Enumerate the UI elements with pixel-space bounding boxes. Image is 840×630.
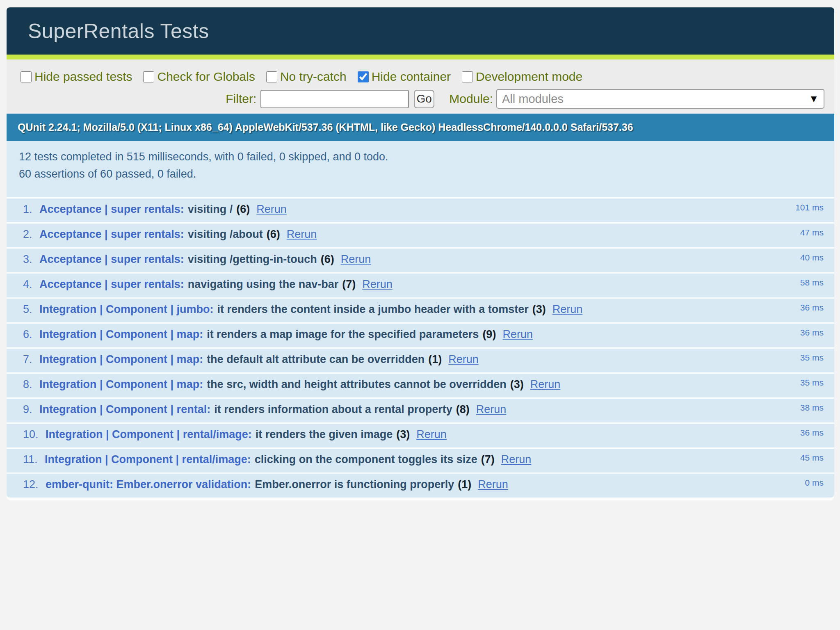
test-runtime: 38 ms: [800, 403, 824, 413]
toolbar-checkbox[interactable]: [462, 71, 473, 82]
test-runtime: 0 ms: [805, 478, 824, 488]
test-ordinal: 5.: [23, 303, 35, 315]
test-module-name: Integration | Component | rental/image:: [45, 453, 251, 466]
page-title[interactable]: SuperRentals Tests: [28, 19, 209, 43]
toolbar-checkbox-option[interactable]: Hide container: [358, 70, 451, 84]
test-name: visiting /: [188, 203, 233, 215]
user-agent-banner: QUnit 2.24.1; Mozilla/5.0 (X11; Linux x8…: [7, 114, 834, 141]
test-row: 11. Integration | Component | rental/ima…: [7, 447, 834, 472]
test-assertion-count: (7): [481, 453, 495, 466]
test-runtime: 36 ms: [800, 328, 824, 338]
toolbar-checkbox-label: No try-catch: [280, 70, 347, 84]
test-ordinal: 11.: [23, 453, 41, 466]
test-name: navigating using the nav-bar: [188, 278, 339, 290]
toolbar-checkbox-option[interactable]: No try-catch: [266, 70, 347, 84]
test-module-name: Acceptance | super rentals:: [39, 203, 184, 215]
test-assertion-count: (3): [532, 303, 546, 315]
toolbar-checkbox-option[interactable]: Development mode: [462, 70, 582, 84]
test-name: the default alt attribute can be overrid…: [207, 353, 425, 365]
rerun-link[interactable]: Rerun: [530, 378, 561, 390]
rerun-link[interactable]: Rerun: [448, 353, 479, 365]
test-name: visiting /getting-in-touch: [188, 253, 317, 265]
test-assertion-count: (6): [236, 203, 250, 215]
test-module-name: Integration | Component | map:: [39, 328, 203, 340]
test-assertion-count: (9): [482, 328, 496, 340]
toolbar-checkbox-label: Development mode: [476, 70, 582, 84]
toolbar-checkbox-label: Hide container: [372, 70, 451, 84]
test-row: 8. Integration | Component | map:the src…: [7, 372, 834, 397]
test-assertion-count: (3): [510, 378, 524, 390]
rerun-link[interactable]: Rerun: [501, 453, 532, 466]
testrunner-toolbar: Hide passed tests Check for Globals No t…: [7, 59, 834, 114]
module-select-wrap: All modules ▼: [496, 89, 824, 109]
test-name: it renders a map image for the specified…: [207, 328, 479, 340]
test-module-name: Integration | Component | jumbo:: [39, 303, 214, 315]
test-row: 4. Acceptance | super rentals:navigating…: [7, 272, 834, 297]
test-row: 9. Integration | Component | rental:it r…: [7, 397, 834, 422]
test-row: 1. Acceptance | super rentals:visiting /…: [7, 197, 834, 222]
module-select[interactable]: All modules: [496, 89, 824, 109]
toolbar-filter-row: Filter: Go Module: All modules ▼: [21, 89, 824, 109]
test-runtime: 36 ms: [800, 303, 824, 313]
test-runtime: 35 ms: [800, 353, 824, 363]
test-ordinal: 2.: [23, 228, 35, 240]
rerun-link[interactable]: Rerun: [502, 328, 533, 340]
test-ordinal: 7.: [23, 353, 35, 365]
toolbar-checkbox[interactable]: [21, 71, 32, 82]
toolbar-checkbox[interactable]: [143, 71, 154, 82]
test-module-name: Integration | Component | rental:: [39, 403, 210, 415]
test-ordinal: 8.: [23, 378, 35, 390]
toolbar-checkbox[interactable]: [266, 71, 277, 82]
toolbar-checkbox-option[interactable]: Hide passed tests: [21, 70, 132, 84]
test-runtime: 101 ms: [795, 203, 824, 212]
test-ordinal: 4.: [23, 278, 35, 290]
toolbar-checkbox-option[interactable]: Check for Globals: [143, 70, 255, 84]
test-assertion-count: (6): [321, 253, 334, 265]
toolbar-checkbox-row: Hide passed tests Check for Globals No t…: [21, 70, 824, 84]
rerun-link[interactable]: Rerun: [362, 278, 393, 290]
summary-line-2: 60 assertions of 60 passed, 0 failed.: [19, 165, 822, 183]
pass-status-bar: [7, 55, 834, 59]
rerun-link[interactable]: Rerun: [416, 428, 447, 441]
toolbar-checkbox[interactable]: [358, 71, 369, 82]
rerun-link[interactable]: Rerun: [256, 203, 287, 215]
module-label: Module:: [449, 92, 493, 106]
test-ordinal: 3.: [23, 253, 35, 265]
test-runtime: 36 ms: [800, 428, 824, 438]
test-name: Ember.onerror is functioning properly: [255, 478, 454, 491]
test-runtime: 45 ms: [800, 453, 824, 463]
test-row: 7. Integration | Component | map:the def…: [7, 347, 834, 372]
rerun-link[interactable]: Rerun: [552, 303, 583, 315]
filter-input[interactable]: [260, 90, 409, 108]
test-assertion-count: (8): [456, 403, 470, 415]
test-name: clicking on the component toggles its si…: [255, 453, 477, 466]
test-assertion-count: (7): [342, 278, 356, 290]
test-ordinal: 1.: [23, 203, 35, 215]
test-ordinal: 12.: [23, 478, 41, 491]
test-module-name: Acceptance | super rentals:: [39, 253, 184, 265]
test-ordinal: 10.: [23, 428, 41, 441]
rerun-link[interactable]: Rerun: [341, 253, 371, 265]
test-assertion-count: (1): [428, 353, 442, 365]
go-button[interactable]: Go: [414, 90, 434, 108]
test-name: it renders the given image: [256, 428, 393, 441]
rerun-link[interactable]: Rerun: [476, 403, 507, 415]
test-runtime: 35 ms: [800, 378, 824, 388]
test-assertion-count: (1): [458, 478, 471, 491]
test-module-name: Integration | Component | map:: [39, 378, 203, 390]
filter-label: Filter:: [226, 92, 256, 106]
test-row: 6. Integration | Component | map:it rend…: [7, 322, 834, 347]
test-name: it renders information about a rental pr…: [214, 403, 452, 415]
rerun-link[interactable]: Rerun: [287, 228, 317, 240]
test-assertion-count: (6): [267, 228, 280, 240]
rerun-link[interactable]: Rerun: [478, 478, 508, 491]
page-header: SuperRentals Tests: [7, 7, 834, 55]
test-row: 10. Integration | Component | rental/ima…: [7, 422, 834, 447]
toolbar-checkbox-label: Check for Globals: [157, 70, 255, 84]
test-result-summary: 12 tests completed in 515 milliseconds, …: [7, 141, 834, 197]
test-ordinal: 9.: [23, 403, 35, 415]
qunit-page: SuperRentals Tests Hide passed tests Che…: [7, 7, 834, 500]
test-row: 2. Acceptance | super rentals:visiting /…: [7, 222, 834, 247]
test-ordinal: 6.: [23, 328, 35, 340]
test-module-name: Integration | Component | map:: [39, 353, 203, 365]
